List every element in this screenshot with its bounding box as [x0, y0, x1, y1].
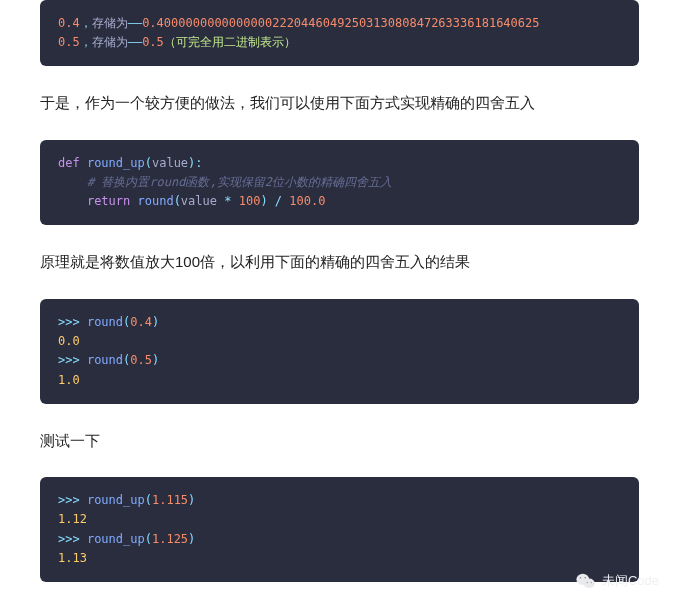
code-token: /	[275, 194, 282, 208]
svg-point-3	[584, 577, 586, 579]
code-token: （可完全用二进制表示）	[164, 35, 296, 49]
wechat-icon	[576, 573, 596, 589]
svg-point-2	[580, 577, 582, 579]
code-token: ，	[80, 16, 92, 30]
code-token: value	[181, 194, 217, 208]
code-token: round	[87, 353, 123, 367]
code-block-storage: 0.4，存储为——0.40000000000000002220446049250…	[40, 0, 639, 66]
code-token: round	[87, 315, 123, 329]
code-block-round-demo: >>> round(0.4) 0.0 >>> round(0.5) 1.0	[40, 299, 639, 404]
code-token: round_up	[87, 532, 145, 546]
code-token: return	[87, 194, 130, 208]
paragraph-test: 测试一下	[40, 428, 639, 454]
code-token: round	[138, 194, 174, 208]
code-token: def	[58, 156, 80, 170]
code-token: :	[195, 156, 202, 170]
code-token: )	[188, 532, 195, 546]
code-token: 存储为	[92, 35, 128, 49]
code-output: 0.0	[58, 334, 80, 348]
code-token: ，	[80, 35, 92, 49]
code-comment: # 替换内置round函数,实现保留2位小数的精确四舍五入	[87, 175, 392, 189]
code-output: 1.0	[58, 373, 80, 387]
svg-point-4	[586, 582, 587, 583]
code-token: 100.0	[289, 194, 325, 208]
code-token: )	[188, 493, 195, 507]
code-token: *	[224, 194, 231, 208]
code-token: ——	[128, 35, 142, 49]
svg-point-5	[590, 582, 591, 583]
code-token: 0.4	[130, 315, 152, 329]
paragraph-principle: 原理就是将数值放大100倍，以利用下面的精确的四舍五入的结果	[40, 249, 639, 275]
watermark-text: 未闻Code	[602, 572, 659, 590]
code-token: (	[174, 194, 181, 208]
code-token: 100	[239, 194, 261, 208]
code-token: )	[152, 353, 159, 367]
code-token: 存储为	[92, 16, 128, 30]
code-output: 1.12	[58, 512, 87, 526]
code-prompt: >>>	[58, 493, 80, 507]
code-prompt: >>>	[58, 315, 80, 329]
code-token: value	[152, 156, 188, 170]
paragraph-intro: 于是，作为一个较方便的做法，我们可以使用下面方式实现精确的四舍五入	[40, 90, 639, 116]
code-token: ——	[128, 16, 142, 30]
code-token: 0.5	[142, 35, 164, 49]
svg-point-1	[584, 579, 595, 589]
code-token: (	[145, 532, 152, 546]
code-token: (	[145, 156, 152, 170]
code-prompt: >>>	[58, 532, 80, 546]
code-token: 0.40000000000000002220446049250313080847…	[142, 16, 539, 30]
code-token: 1.125	[152, 532, 188, 546]
code-token: 0.4	[58, 16, 80, 30]
watermark: 未闻Code	[576, 572, 659, 590]
code-output: 1.13	[58, 551, 87, 565]
code-token: 1.115	[152, 493, 188, 507]
code-token: )	[152, 315, 159, 329]
code-token: (	[145, 493, 152, 507]
code-token: 0.5	[58, 35, 80, 49]
code-token: )	[260, 194, 267, 208]
code-prompt: >>>	[58, 353, 80, 367]
code-block-function: def round_up(value): # 替换内置round函数,实现保留2…	[40, 140, 639, 226]
code-block-roundup-demo: >>> round_up(1.115) 1.12 >>> round_up(1.…	[40, 477, 639, 582]
code-token: round_up	[87, 156, 145, 170]
code-token: round_up	[87, 493, 145, 507]
code-token: 0.5	[130, 353, 152, 367]
